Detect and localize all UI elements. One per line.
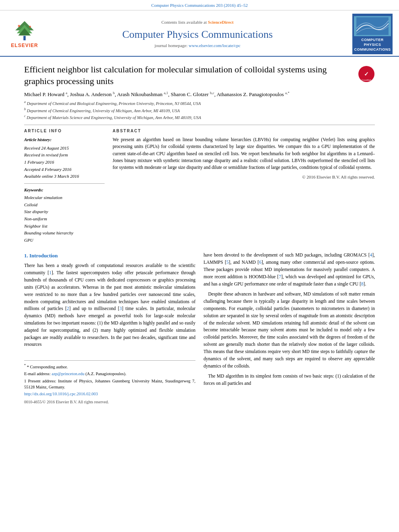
doi-link[interactable]: http://dx.doi.org/10.1016/j.cpc.2016.02.… (24, 392, 98, 396)
svg-point-5 (29, 26, 31, 28)
keyword-colloid: Colloid (24, 201, 105, 209)
journal-homepage: journal homepage: www.elsevier.com/locat… (47, 43, 348, 49)
doi-link-item: http://dx.doi.org/10.1016/j.cpc.2016.02.… (24, 391, 195, 397)
divider-line (24, 125, 375, 125)
section-number: 1. (24, 253, 28, 259)
intro-paragraph-2: have been devoted to the development of … (204, 252, 375, 288)
introduction-heading: 1. Introduction (24, 252, 195, 260)
article-title-section: Efficient neighbor list calculation for … (24, 64, 375, 87)
science-direct-label: Contents lists available at ScienceDirec… (47, 19, 348, 25)
journal-reference: Computer Physics Communications 203 (201… (0, 0, 399, 10)
abstract-column: ABSTRACT We present an algorithm based o… (113, 128, 375, 244)
header-center: Contents lists available at ScienceDirec… (43, 19, 352, 49)
intro-paragraph-4: The MD algorithm in its simplest form co… (204, 373, 375, 387)
history-accepted: Accepted 4 February 2016 (24, 166, 105, 173)
svg-text:CrossMark: CrossMark (362, 79, 372, 81)
elsevier-tree-icon (10, 19, 39, 41)
keyword-non-uniform: Non-uniform (24, 216, 105, 223)
homepage-link[interactable]: www.elsevier.com/locate/cpc (189, 43, 241, 48)
crossmark-icon[interactable]: ✓ CrossMark (358, 66, 375, 82)
keywords-label: Keywords: (24, 187, 105, 193)
cite-5[interactable]: 5 (226, 260, 229, 265)
email-link[interactable]: azp@princeton.edu (51, 372, 84, 376)
article-history-label: Article history: (24, 136, 105, 144)
article-paper: Efficient neighbor list calculation for … (0, 57, 399, 413)
abstract-text: We present an algorithm based on linear … (113, 136, 375, 171)
history-online: Available online 3 March 2016 (24, 173, 105, 180)
cite-6[interactable]: 6 (259, 260, 261, 265)
keyword-neighbor-list: Neighbor list (24, 223, 105, 230)
history-received: Received 24 August 2015 (24, 145, 105, 152)
article-info-label: ARTICLE INFO (24, 128, 105, 134)
keyword-bounding-volume: Bounding volume hierarchy (24, 230, 105, 237)
main-body-section: 1. Introduction There has been a steady … (24, 252, 375, 405)
corresponding-note: * * Corresponding author. (24, 363, 195, 370)
footnote-1: 1 Present address: Institute of Physics,… (24, 378, 195, 390)
history-revised-date: 1 February 2016 (24, 159, 105, 166)
keywords-section: Keywords: Molecular simulation Colloid S… (24, 187, 105, 244)
history-revised-label: Received in revised form (24, 152, 105, 159)
elsevier-wordmark: ELSEVIER (11, 42, 38, 49)
svg-point-4 (18, 25, 21, 27)
cite-1[interactable]: 1 (49, 270, 51, 275)
journal-header: ELSEVIER Contents lists available at Sci… (0, 10, 399, 57)
logo-image-area (354, 16, 391, 36)
info-divider (24, 183, 105, 184)
svg-text:✓: ✓ (364, 71, 369, 77)
footer-copyright: 0010-4655/© 2016 Elsevier B.V. All right… (24, 399, 195, 405)
logo-box-text: COMPUTER PHYSICS COMMUNICATIONS (354, 38, 391, 51)
cite-4[interactable]: 4 (370, 253, 372, 257)
article-history: Article history: Received 24 August 2015… (24, 136, 105, 180)
section-title: Introduction (29, 253, 58, 259)
body-right-column: have been devoted to the development of … (204, 252, 375, 405)
journal-title: Computer Physics Communications (47, 27, 348, 42)
journal-logo-image (356, 17, 389, 35)
keyword-gpu: GPU (24, 237, 105, 244)
cite-7[interactable]: 7 (279, 274, 281, 279)
cite-2[interactable]: 2 (67, 306, 69, 311)
affiliations: a Department of Chemical and Biological … (24, 100, 375, 121)
body-left-column: 1. Introduction There has been a steady … (24, 252, 195, 405)
svg-rect-6 (356, 17, 389, 35)
keyword-molecular-simulation: Molecular simulation (24, 194, 105, 201)
abstract-label: ABSTRACT (113, 128, 375, 134)
footnotes-section: * * Corresponding author. E-mail address… (24, 360, 195, 405)
science-direct-link[interactable]: ScienceDirect (208, 20, 234, 25)
cite-8[interactable]: 8 (361, 281, 364, 286)
journal-ref-text: Computer Physics Communications 203 (201… (151, 3, 248, 8)
intro-paragraph-1: There has been a steady growth of comput… (24, 262, 195, 348)
email-note: E-mail address: azp@princeton.edu (A.Z. … (24, 371, 195, 377)
authors-line: Michael P. Howard a, Joshua A. Anderson … (24, 90, 375, 99)
journal-logo-box: COMPUTER PHYSICS COMMUNICATIONS (352, 14, 393, 54)
svg-rect-0 (23, 36, 26, 40)
cite-3[interactable]: 3 (119, 306, 122, 311)
keyword-size-disparity: Size disparity (24, 208, 105, 216)
abstract-copyright: © 2016 Elsevier B.V. All rights reserved… (113, 174, 375, 180)
elsevier-logo: ELSEVIER (6, 19, 43, 49)
article-info-column: ARTICLE INFO Article history: Received 2… (24, 128, 105, 244)
article-info-abstract-section: ARTICLE INFO Article history: Received 2… (24, 128, 375, 244)
article-title: Efficient neighbor list calculation for … (24, 64, 352, 87)
intro-paragraph-3: Despite these advances in hardware and s… (204, 291, 375, 370)
